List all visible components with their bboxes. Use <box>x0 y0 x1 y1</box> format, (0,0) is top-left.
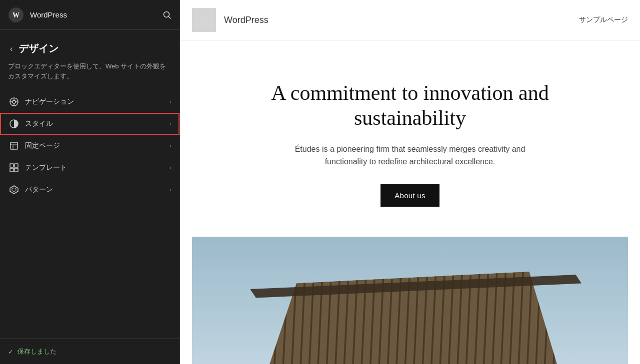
svg-marker-19 <box>12 188 16 192</box>
main-preview: WordPress サンプルページ A commitment to innova… <box>180 0 640 364</box>
sidebar-item-template[interactable]: テンプレート › <box>0 157 180 179</box>
template-chevron-icon: › <box>170 164 172 171</box>
sidebar-nav: ‹ デザイン ブロックエディターを使用して、Web サイトの外観をカスタマイズし… <box>0 30 180 339</box>
about-us-button[interactable]: About us <box>380 184 440 207</box>
pattern-chevron-icon: › <box>170 186 172 193</box>
style-icon <box>8 118 20 130</box>
pattern-label: パターン <box>25 185 164 194</box>
sidebar-item-pattern[interactable]: パターン › <box>0 179 180 201</box>
svg-marker-18 <box>10 186 18 194</box>
sidebar: W WordPress ‹ デザイン ブロックエディターを使用して、Web サイ… <box>0 0 180 364</box>
style-chevron-icon: › <box>170 120 172 127</box>
svg-rect-15 <box>14 164 18 167</box>
site-header: WordPress サンプルページ <box>180 0 640 40</box>
svg-point-2 <box>164 11 170 17</box>
svg-rect-17 <box>14 168 18 172</box>
app-title: WordPress <box>30 10 67 19</box>
pattern-icon <box>8 184 20 196</box>
sidebar-item-fixed-page[interactable]: 固定ページ › <box>0 135 180 157</box>
building-svg <box>192 237 628 364</box>
template-label: テンプレート <box>25 163 164 172</box>
sidebar-footer: ✓ 保存しました <box>0 339 180 364</box>
hero-title: A commitment to innovation and sustainab… <box>225 80 595 131</box>
hero-section: A commitment to innovation and sustainab… <box>205 40 615 237</box>
site-name: WordPress <box>224 15 268 25</box>
svg-rect-11 <box>10 142 18 149</box>
building-image <box>192 237 628 364</box>
sidebar-section-header: ‹ デザイン <box>0 30 180 61</box>
navigation-icon <box>8 96 20 108</box>
template-icon <box>8 162 20 174</box>
svg-rect-16 <box>10 168 14 172</box>
search-icon <box>162 10 172 19</box>
fixed-page-chevron-icon: › <box>170 142 172 149</box>
navigation-label: ナビゲーション <box>25 97 164 106</box>
svg-line-3 <box>169 16 171 18</box>
site-logo <box>192 8 216 32</box>
svg-rect-14 <box>10 164 14 167</box>
sidebar-item-navigation[interactable]: ナビゲーション › <box>0 91 180 113</box>
sidebar-topbar: W WordPress <box>0 0 180 30</box>
fixed-page-icon <box>8 140 20 152</box>
sample-page-link[interactable]: サンプルページ <box>579 15 628 24</box>
fixed-page-label: 固定ページ <box>25 141 164 150</box>
hero-description: Études is a pioneering firm that seamles… <box>275 143 545 168</box>
back-button[interactable]: ‹ <box>8 43 14 54</box>
svg-text:W: W <box>12 11 20 19</box>
section-title: デザイン <box>18 42 58 55</box>
search-button[interactable] <box>162 10 172 19</box>
svg-point-5 <box>12 100 16 103</box>
check-icon: ✓ <box>8 348 14 356</box>
style-label: スタイル <box>25 119 164 128</box>
save-status: 保存しました <box>18 347 56 356</box>
section-description: ブロックエディターを使用して、Web サイトの外観をカスタマイズします。 <box>0 61 180 91</box>
sidebar-item-style[interactable]: スタイル › <box>0 113 180 135</box>
wordpress-logo: W <box>8 7 24 23</box>
navigation-chevron-icon: › <box>170 98 172 105</box>
